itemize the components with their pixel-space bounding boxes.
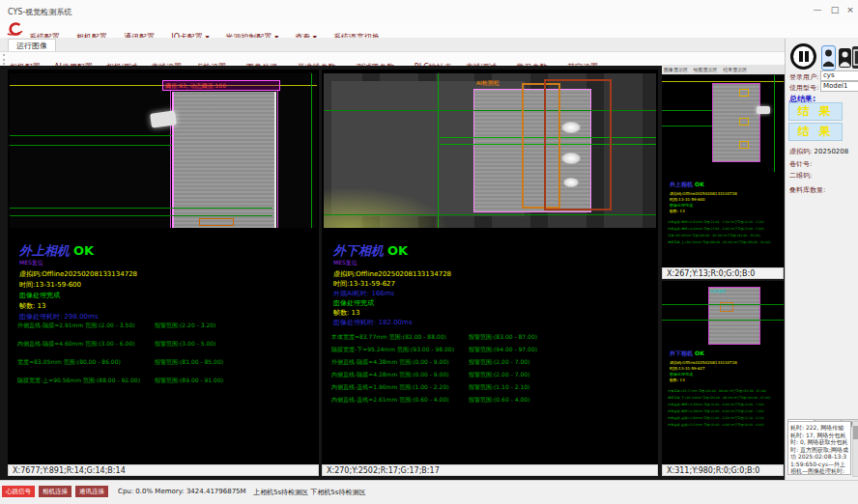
thumb-line: 图像处理完成 bbox=[670, 372, 693, 377]
measure-alarm: 报警范围:(2.00 - 7.00) bbox=[731, 409, 764, 413]
virtual-code-value: 20250208 bbox=[815, 148, 849, 155]
exit-button[interactable] bbox=[852, 46, 858, 69]
center-mes-note: MES复位 bbox=[333, 259, 358, 267]
left-camera-title: 外上相机OK bbox=[19, 242, 94, 260]
thumb-measure-row: 本体宽度=83.77mm 范围:(82.00 - 88.00) 报警范围:(83… bbox=[668, 389, 766, 393]
thumb-bottom-coordinates: X:311;Y:980;R:0;G:0;B:0 bbox=[662, 464, 784, 476]
user-icon bbox=[822, 46, 835, 68]
center-camera-image[interactable]: AI检测框 bbox=[324, 73, 656, 228]
thumb-bottom-panel[interactable]: AI检测框 外下相机 OK 虚拟码:Offline202502081331347… bbox=[662, 281, 784, 464]
measure-line bbox=[10, 215, 272, 216]
left-frame-count: 帧数: 13 bbox=[19, 301, 46, 311]
thumb-tab-image[interactable]: 图像显示区 bbox=[664, 67, 688, 72]
status-bar: 心跳信号 相机连接 通讯连接 Cpu: 0.0% Memory: 3424.41… bbox=[0, 480, 858, 504]
center-pixel-coordinates: X:270;Y:2502;R:17;G:17;B:17 bbox=[322, 464, 658, 476]
center-camera-ok-status: OK bbox=[387, 243, 408, 258]
thumb-tab-result[interactable]: 结果显示区 bbox=[723, 67, 747, 72]
measure-alarm: 报警范围:(81.00 - 85.00) bbox=[724, 234, 760, 238]
thumb-measure-row: 内侧直线-直线=1.90mm 范围:(1.00 - 2.20) 报警范围:(1.… bbox=[668, 416, 764, 420]
thumb-top-panel[interactable]: 外上相机 OK 虚拟码:Offline20250208133134728 时间:… bbox=[662, 75, 784, 267]
measure-item: 内侧直线-隔膜=4.60mm 范围:(3.00 - 6.00) bbox=[17, 340, 135, 347]
left-process-done: 图像处理完成 bbox=[19, 291, 60, 300]
user-icon bbox=[839, 48, 851, 68]
virtual-code-label-text: 虚拟码: bbox=[789, 148, 812, 155]
model-value[interactable]: Model1 bbox=[820, 81, 858, 92]
measure-alarm: 报警范围:(94.00 - 97.00) bbox=[469, 346, 537, 354]
user-switch-button[interactable] bbox=[839, 48, 851, 68]
tab-strip: 运行图像 bbox=[0, 38, 858, 51]
measure-item: 内侧直线-直线=1.90mm 范围:(1.00 - 2.20) bbox=[331, 383, 449, 390]
minimize-button[interactable]: — bbox=[810, 3, 825, 17]
heartbeat-status-badge: 心跳信号 bbox=[2, 486, 35, 497]
left-measure-row: 外侧直线-隔膜=2.91mm 范围:(2.00 - 3.50)报警范围:(2.2… bbox=[17, 322, 135, 330]
measure-alarm: 报警范围:(2.00 - 7.00) bbox=[469, 371, 529, 379]
measure-alarm: 报警范围:(94.00 - 97.00) bbox=[734, 396, 771, 400]
pause-icon bbox=[799, 51, 803, 62]
left-virtual-code: 虚拟码:Offline20250208133134728 bbox=[19, 269, 137, 279]
camera-queue-status: 上相机5s待检测区 下相机5s待检测区 bbox=[253, 488, 365, 497]
measure-alarm: 报警范围:(83.00 - 87.00) bbox=[469, 333, 537, 342]
measure-alarm: 报警范围:(89.00 - 91.00) bbox=[734, 240, 771, 244]
ai-roi-rect bbox=[544, 79, 612, 210]
measure-alarm: 报警范围:(1.10 - 2.10) bbox=[469, 383, 529, 392]
left-time: 时间:13-31-59-600 bbox=[19, 280, 81, 290]
measure-item: 本体宽度=83.77mm 范围:(82.00 - 88.00) bbox=[668, 389, 729, 393]
measure-line bbox=[10, 208, 272, 209]
maximize-button[interactable]: □ bbox=[827, 3, 843, 17]
center-measure-row: 隔膜宽度-下=95.24mm 范围:(93.00 - 98.00)报警范围:(9… bbox=[331, 346, 454, 354]
login-user-value[interactable]: cys bbox=[820, 70, 858, 81]
center-measure-row: 内侧直线-直线=1.90mm 范围:(1.00 - 2.20)报警范围:(1.1… bbox=[331, 383, 449, 392]
scrollbar-thumb[interactable] bbox=[853, 426, 858, 439]
thumb-line: 帧数: 13 bbox=[670, 378, 685, 382]
measure-alarm: 报警范围:(0.60 - 4.00) bbox=[731, 423, 764, 427]
thumb-camera-title: 外上相机 OK bbox=[670, 182, 704, 186]
measure-alarm: 报警范围:(3.00 - 5.00) bbox=[731, 227, 764, 231]
titlebar: CYS-视觉检测系统 — □ × bbox=[0, 0, 858, 22]
threshold-overlay-label: 阈值:93, 动态阈值:100 bbox=[162, 80, 280, 91]
left-camera-name: 外上相机 bbox=[19, 243, 70, 258]
measure-line bbox=[324, 214, 656, 215]
app-window: CYS-视觉检测系统 — □ × 系统配置 相机配置 通讯配置 IO卡配置 ▾ … bbox=[0, 0, 858, 504]
center-ai-elapsed: 外观AI耗时: 166ms bbox=[333, 289, 394, 298]
toolbar-grip[interactable] bbox=[3, 54, 8, 65]
center-virtual-code: 虚拟码:Offline20250208133134728 bbox=[333, 269, 451, 279]
center-measure-row: 内侧直线-直线=2.61mm 范围:(0.60 - 4.00)报警范围:(0.6… bbox=[331, 396, 449, 405]
pause-icon bbox=[805, 51, 809, 62]
roi-box bbox=[739, 118, 749, 126]
ai-detect-label: AI检测框 bbox=[476, 79, 500, 88]
thumb-line: 图像处理完成 bbox=[670, 203, 693, 208]
measure-item: 隔膜宽度-下=95.24mm 范围:(93.00 - 98.00) bbox=[668, 396, 733, 400]
thumb-ok: OK bbox=[695, 350, 704, 356]
center-camera-panel[interactable]: AI检测框 外下相机OK MES复位 虚拟码:Offline2025020813… bbox=[322, 70, 658, 464]
needle-no-label: 卷针号: bbox=[789, 159, 812, 169]
center-measure-row: 外侧直线-隔膜=4.38mm 范围:(0.00 - 9.00)报警范围:(2.0… bbox=[331, 358, 449, 367]
thumb-workpiece bbox=[712, 83, 760, 162]
close-button[interactable]: × bbox=[843, 3, 858, 17]
thumb-measure-row: 内侧直线-隔膜=4.60mm 范围:(3.00 - 6.00) 报警范围:(3.… bbox=[668, 227, 764, 231]
user-login-button[interactable] bbox=[821, 45, 836, 70]
center-measure-row: 内侧直线-隔膜=4.28mm 范围:(0.00 - 9.00)报警范围:(2.0… bbox=[331, 371, 449, 379]
left-camera-image[interactable]: 阈值:93, 动态阈值:100 bbox=[10, 73, 317, 228]
model-label: 使用型号: bbox=[789, 83, 818, 93]
thumb-overlay-text: AI检测框 bbox=[710, 289, 726, 294]
pause-button[interactable] bbox=[790, 43, 816, 70]
exit-door-icon bbox=[852, 46, 858, 69]
thumb-measure-row: 外侧直线-隔膜=2.91mm 范围:(2.00 - 3.50) 报警范围:(2.… bbox=[668, 220, 764, 224]
log-text-area[interactable]: 耗时: 222, 网络传输耗时: 17, 网络分包耗时: 0, 网络获取分包耗时… bbox=[787, 421, 851, 475]
measure-item: 宽度=83.05mm 范围:(80.00 - 86.00) bbox=[17, 358, 121, 365]
measure-item: 外侧直线-隔膜=2.91mm 范围:(2.00 - 3.50) bbox=[668, 220, 730, 224]
measure-line bbox=[662, 126, 712, 126]
right-control-panel: 登录用户: cys 使用型号: Model1 总结果: 结 果 结 果 虚拟码:… bbox=[785, 39, 858, 480]
log-scrollbar[interactable] bbox=[852, 421, 858, 477]
thumb-workpiece bbox=[708, 287, 760, 345]
left-camera-panel[interactable]: 阈值:93, 动态阈值:100 外上相机OK MES复位 虚拟码:Offline… bbox=[8, 70, 319, 464]
glare-spot bbox=[563, 178, 579, 187]
measure-line bbox=[662, 304, 784, 305]
thumb-measure-row: 隔膜宽度-上=90.56mm 范围:(88.00 - 92.00) 报警范围:(… bbox=[668, 240, 771, 244]
thumb-tab-draw[interactable]: 绘图显示区 bbox=[694, 67, 718, 72]
roi-box bbox=[739, 141, 749, 149]
left-pixel-coordinates: X:7677;Y:891;R:14;G:14;B:14 bbox=[8, 464, 319, 476]
thumb-measure-row: 宽度=83.05mm 范围:(80.00 - 86.00) 报警范围:(81.0… bbox=[668, 234, 760, 238]
measure-item: 内侧直线-隔膜=4.28mm 范围:(0.00 - 9.00) bbox=[668, 409, 730, 413]
measure-line bbox=[10, 135, 172, 136]
